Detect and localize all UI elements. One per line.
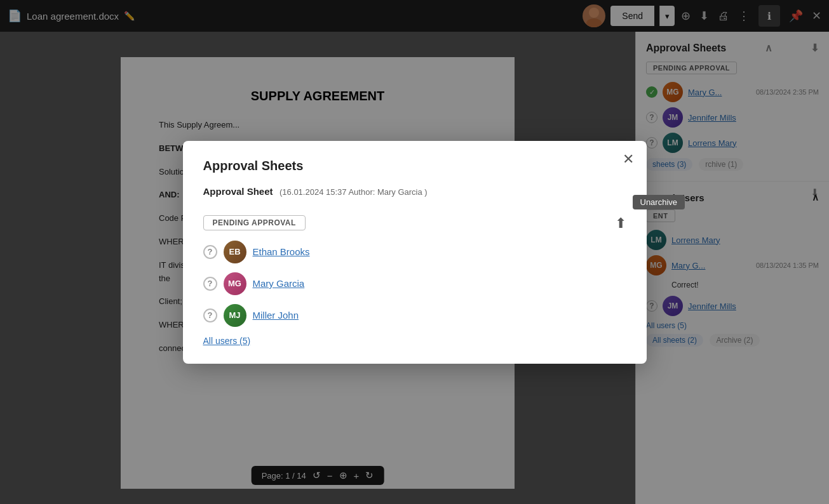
modal-user-name-0[interactable]: Ethan Brooks (253, 246, 310, 257)
unarchive-button[interactable]: ⬆ (615, 215, 626, 231)
modal-sheet-label: Approval Sheet (203, 186, 273, 197)
modal-avatar-2: MJ (224, 304, 246, 327)
modal-sheet-meta: (16.01.2024 15:37 Author: Mary Garcia ) (280, 187, 428, 197)
modal-user-row-1: ? MG Mary Garcia (203, 272, 626, 295)
modal-close-button[interactable]: ✕ (623, 151, 634, 168)
modal-user-row-2: ? MJ Miller John (203, 304, 626, 327)
modal-user-name-2[interactable]: Miller John (253, 310, 299, 321)
modal-overlay[interactable]: Approval Sheets ✕ Approval Sheet (16.01.… (0, 0, 829, 504)
modal-all-users-link[interactable]: All users (5) (203, 336, 626, 346)
modal-q-icon-1: ? (203, 277, 217, 291)
unarchive-tooltip: Unarchive (633, 195, 685, 209)
modal-avatar-0: EB (224, 241, 246, 263)
modal-sheet-info: Approval Sheet (16.01.2024 15:37 Author:… (203, 186, 626, 197)
modal-title: Approval Sheets (203, 159, 626, 173)
modal-q-icon-2: ? (203, 308, 217, 322)
modal-avatar-1: MG (224, 272, 246, 295)
unarchive-area: ⬆ Unarchive (615, 215, 626, 232)
modal-user-row-0: ? EB Ethan Brooks (203, 241, 626, 263)
modal-users-list: ? EB Ethan Brooks ? MG Mary Garcia ? MJ … (203, 241, 626, 327)
approval-sheets-modal: Approval Sheets ✕ Approval Sheet (16.01.… (183, 141, 647, 364)
modal-user-name-1[interactable]: Mary Garcia (253, 278, 305, 289)
modal-status-badge: PENDING APPROVAL (203, 215, 306, 230)
modal-q-icon-0: ? (203, 245, 217, 259)
